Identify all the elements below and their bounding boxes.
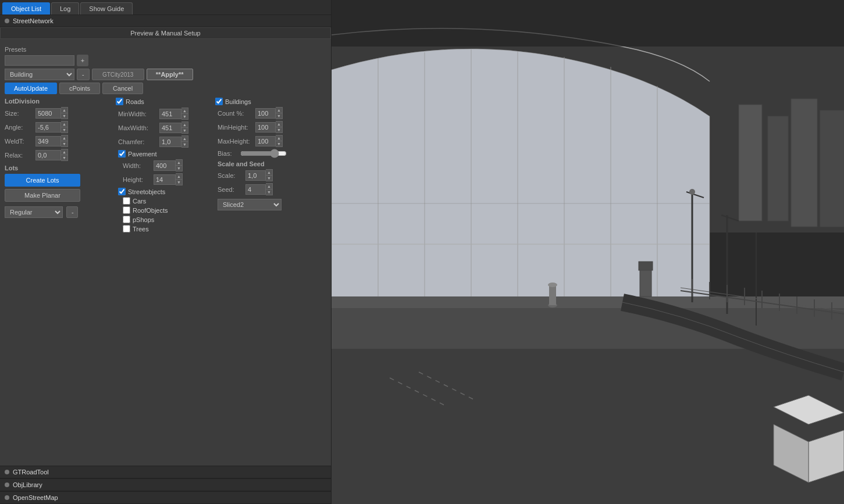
weldt-label: WeldT: bbox=[5, 138, 34, 145]
roads-checkbox[interactable] bbox=[116, 98, 123, 105]
maxheight-spinbox-btns: ▲ ▼ bbox=[276, 135, 283, 147]
minheight-down-btn[interactable]: ▼ bbox=[276, 127, 282, 133]
maxheight-down-btn[interactable]: ▼ bbox=[276, 141, 282, 146]
roads-inner: MinWidth: ▲ ▼ MaxWidth: bbox=[116, 108, 212, 233]
pav-height-spinbox-btns: ▲ ▼ bbox=[176, 173, 183, 185]
openstreet-header[interactable]: OpenStreetMap bbox=[0, 491, 331, 504]
cpoints-button[interactable]: cPoints bbox=[59, 83, 100, 94]
scale-up-btn[interactable]: ▲ bbox=[266, 170, 272, 176]
pav-width-input[interactable] bbox=[154, 160, 176, 171]
minwidth-row: MinWidth: ▲ ▼ bbox=[118, 108, 212, 120]
angle-spinbox-btns: ▲ ▼ bbox=[61, 121, 68, 133]
trees-checkbox[interactable] bbox=[123, 225, 130, 233]
pshops-checkbox[interactable] bbox=[123, 216, 130, 223]
pav-width-down-btn[interactable]: ▼ bbox=[176, 166, 182, 171]
size-label: Size: bbox=[5, 110, 34, 117]
buildings-checkbox[interactable] bbox=[215, 98, 223, 105]
minheight-input[interactable] bbox=[255, 122, 276, 133]
relax-spinbox: ▲ ▼ bbox=[35, 149, 68, 161]
cars-checkbox[interactable] bbox=[123, 197, 130, 205]
lot-division-title: LotDivision bbox=[5, 98, 112, 105]
left-panel: Object List Log Show Guide StreetNetwork… bbox=[0, 0, 332, 504]
pav-width-row: Width: ▲ ▼ bbox=[118, 159, 212, 171]
gtroad-header[interactable]: GTRoadTool bbox=[0, 466, 331, 478]
scale-down-btn[interactable]: ▼ bbox=[266, 176, 272, 181]
presets-minus-button[interactable]: - bbox=[77, 69, 90, 80]
lots-type-dropdown[interactable]: Regular Irregular bbox=[5, 206, 63, 218]
pav-height-down-btn[interactable]: ▼ bbox=[176, 180, 182, 185]
lots-minus-button[interactable]: - bbox=[66, 206, 78, 218]
pav-height-up-btn[interactable]: ▲ bbox=[176, 174, 182, 180]
chamfer-input[interactable] bbox=[159, 137, 181, 147]
svg-rect-16 bbox=[739, 105, 762, 221]
gtcity-button[interactable]: GTCity2013 bbox=[92, 69, 144, 80]
svg-rect-18 bbox=[791, 99, 817, 227]
streetobj-checkbox[interactable] bbox=[118, 188, 126, 195]
size-input[interactable]: 5080 bbox=[35, 108, 61, 119]
seed-up-btn[interactable]: ▲ bbox=[266, 184, 272, 190]
size-down-btn[interactable]: ▼ bbox=[61, 113, 67, 119]
relax-up-btn[interactable]: ▲ bbox=[61, 149, 67, 155]
angle-up-btn[interactable]: ▲ bbox=[61, 121, 67, 127]
maxwidth-input[interactable] bbox=[159, 123, 181, 133]
pavement-checkbox[interactable] bbox=[118, 150, 126, 158]
angle-down-btn[interactable]: ▼ bbox=[61, 127, 67, 133]
weldt-input[interactable] bbox=[35, 136, 61, 146]
count-input[interactable] bbox=[255, 108, 276, 119]
presets-dropdown[interactable]: Building Road Lot bbox=[5, 69, 74, 80]
seed-label: Seed: bbox=[218, 186, 244, 193]
tab-object-list[interactable]: Object List bbox=[2, 2, 50, 15]
minwidth-input[interactable] bbox=[159, 109, 181, 119]
objlib-header[interactable]: ObjLibrary bbox=[0, 478, 331, 491]
pav-width-spinbox-btns: ▲ ▼ bbox=[176, 159, 183, 171]
cancel-button[interactable]: Cancel bbox=[102, 83, 143, 94]
minwidth-up-btn[interactable]: ▲ bbox=[181, 108, 188, 114]
relax-input[interactable] bbox=[35, 150, 61, 160]
maxwidth-row: MaxWidth: ▲ ▼ bbox=[118, 121, 212, 134]
autoupdate-button[interactable]: AutoUpdate bbox=[5, 83, 57, 94]
count-up-btn[interactable]: ▲ bbox=[276, 108, 282, 113]
streetobj-checkbox-row: Streetobjects bbox=[118, 188, 212, 195]
weldt-up-btn[interactable]: ▲ bbox=[61, 135, 67, 141]
presets-text-input[interactable] bbox=[5, 55, 74, 66]
pav-width-up-btn[interactable]: ▲ bbox=[176, 160, 182, 166]
roads-checkbox-row: Roads bbox=[116, 98, 212, 105]
maxheight-label: MaxHeight: bbox=[218, 138, 254, 145]
bias-label: Bias: bbox=[218, 150, 238, 157]
scale-input[interactable] bbox=[245, 170, 266, 181]
roofobj-checkbox[interactable] bbox=[123, 206, 130, 214]
chamfer-up-btn[interactable]: ▲ bbox=[181, 136, 188, 142]
chamfer-row: Chamfer: ▲ ▼ bbox=[118, 135, 212, 148]
street-network-bullet bbox=[5, 19, 9, 23]
create-lots-button[interactable]: Create Lots bbox=[5, 174, 80, 187]
bias-slider[interactable] bbox=[240, 149, 287, 158]
minwidth-down-btn[interactable]: ▼ bbox=[181, 114, 188, 119]
cars-label: Cars bbox=[133, 198, 146, 205]
minheight-up-btn[interactable]: ▲ bbox=[276, 121, 282, 127]
seed-down-btn[interactable]: ▼ bbox=[266, 190, 272, 195]
lot-division-column: LotDivision Size: 5080 ▲ ▼ Angle: bbox=[5, 98, 112, 234]
presets-plus-button[interactable]: + bbox=[77, 55, 88, 66]
trees-checkbox-row: Trees bbox=[118, 225, 212, 233]
weldt-down-btn[interactable]: ▼ bbox=[61, 141, 67, 146]
relax-row: Relax: ▲ ▼ bbox=[5, 149, 112, 161]
angle-row: Angle: ▲ ▼ bbox=[5, 121, 112, 133]
chamfer-down-btn[interactable]: ▼ bbox=[181, 142, 188, 147]
maxwidth-down-btn[interactable]: ▼ bbox=[181, 128, 188, 133]
relax-down-btn[interactable]: ▼ bbox=[61, 155, 67, 160]
street-network-header: StreetNetwork bbox=[0, 15, 331, 27]
make-planar-button[interactable]: Make Planar bbox=[5, 189, 80, 202]
angle-input[interactable] bbox=[35, 122, 61, 133]
size-up-btn[interactable]: ▲ bbox=[61, 108, 67, 113]
maxheight-input[interactable] bbox=[255, 136, 276, 146]
buildings-label: Buildings bbox=[225, 98, 251, 105]
count-down-btn[interactable]: ▼ bbox=[276, 113, 282, 119]
tab-log[interactable]: Log bbox=[51, 2, 79, 15]
maxheight-up-btn[interactable]: ▲ bbox=[276, 135, 282, 141]
tab-show-guide[interactable]: Show Guide bbox=[80, 2, 133, 15]
sliced-dropdown[interactable]: Sliced2 Sliced1 Normal bbox=[218, 199, 282, 210]
pav-height-input[interactable] bbox=[154, 174, 176, 185]
apply-button[interactable]: **Apply** bbox=[147, 69, 193, 80]
seed-input[interactable] bbox=[245, 184, 266, 195]
maxwidth-up-btn[interactable]: ▲ bbox=[181, 122, 188, 128]
